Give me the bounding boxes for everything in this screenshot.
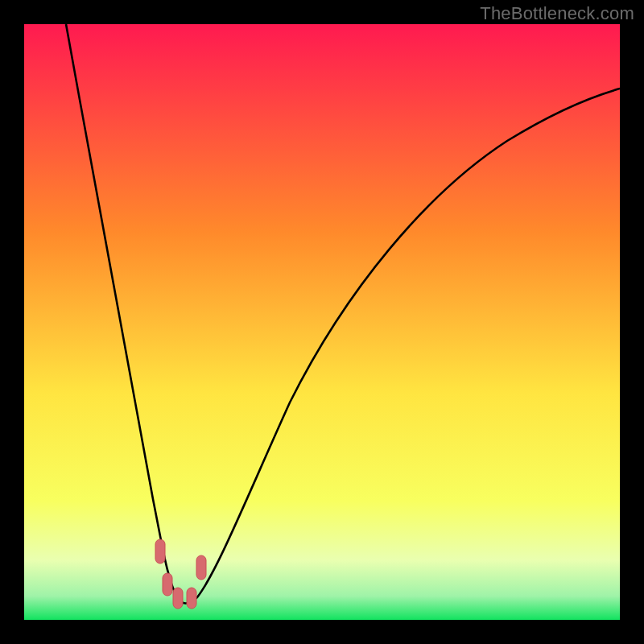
svg-rect-5	[196, 555, 206, 580]
svg-rect-4	[187, 588, 196, 609]
svg-rect-1	[155, 539, 165, 564]
optimal-markers	[155, 539, 206, 609]
curve-path	[66, 24, 620, 604]
plot-area	[24, 24, 620, 620]
svg-rect-2	[163, 573, 172, 596]
chart-frame: { "watermark": "TheBottleneck.com", "col…	[0, 0, 644, 644]
watermark-text: TheBottleneck.com	[480, 3, 634, 24]
svg-rect-3	[173, 588, 183, 609]
bottleneck-curve	[24, 24, 620, 620]
